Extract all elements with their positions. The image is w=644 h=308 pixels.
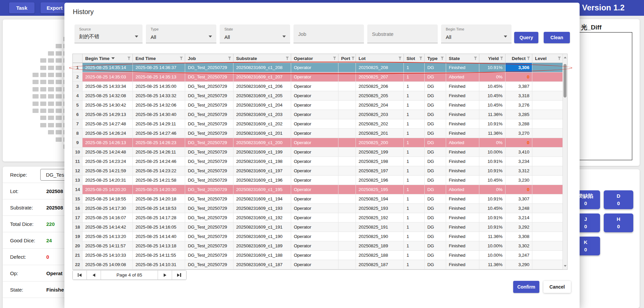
filter-funnel-icon[interactable]	[527, 57, 530, 60]
table-row[interactable]: 162025-08-25 14:17:302025-08-25 14:18:53…	[73, 204, 567, 213]
cell-yield: 11.36%	[479, 129, 505, 138]
column-header-lot[interactable]: Lot	[356, 54, 404, 63]
filter-funnel-icon[interactable]	[228, 57, 231, 60]
last-page-button[interactable]	[172, 270, 186, 280]
cell-port	[338, 251, 356, 260]
filter-funnel-icon[interactable]	[180, 57, 183, 60]
defect-category-button-H[interactable]: H0	[604, 213, 633, 232]
cell-level	[532, 157, 563, 166]
info-field-value: Finishe	[46, 287, 64, 293]
scroll-up-icon[interactable]	[564, 57, 567, 58]
column-header-state[interactable]: State	[446, 54, 479, 63]
cell-operator: Operator	[291, 138, 338, 147]
filter-funnel-icon[interactable]	[352, 57, 355, 60]
scroll-down-icon[interactable]	[564, 265, 567, 267]
table-row[interactable]: 172025-08-25 14:16:072025-08-25 14:17:28…	[73, 213, 567, 223]
job-filter-input[interactable]: Job	[293, 24, 364, 43]
cell-substrate: 202508231609_c1_199	[233, 147, 291, 157]
type-filter-select[interactable]: Type All	[146, 24, 216, 43]
cell-state: Aborted	[446, 138, 479, 147]
defect-category-label: D	[604, 192, 633, 200]
task-button[interactable]: Task	[9, 2, 35, 13]
cell-yield: 10.91%	[479, 157, 505, 166]
cell-type: DG	[425, 176, 446, 185]
table-row[interactable]: 52025-08-25 14:30:422025-08-25 14:32:06D…	[73, 101, 567, 110]
export-button[interactable]: Export	[41, 2, 68, 13]
defect-category-button-D[interactable]: D0	[604, 190, 633, 209]
column-header-substrate[interactable]: Substrate	[233, 54, 291, 63]
table-row[interactable]: 102025-08-25 14:24:482025-08-25 14:26:11…	[73, 147, 567, 157]
table-row[interactable]: 182025-08-25 14:14:422025-08-25 14:16:05…	[73, 223, 567, 232]
scrollbar-thumb[interactable]	[564, 64, 567, 98]
filter-funnel-icon[interactable]	[441, 57, 444, 60]
table-row[interactable]: 212025-08-25 14:10:332025-08-25 14:11:55…	[73, 251, 567, 260]
table-row[interactable]: 122025-08-25 14:21:592025-08-25 14:23:22…	[73, 166, 567, 176]
clean-button[interactable]: Clean	[544, 32, 570, 43]
column-header-slot[interactable]: Slot	[404, 54, 425, 63]
table-row[interactable]: 192025-08-25 14:13:202025-08-25 14:14:40…	[73, 232, 567, 241]
table-row[interactable]: 42025-08-25 14:32:082025-08-25 14:33:32D…	[73, 91, 567, 101]
begin-time-filter-value: All	[446, 34, 451, 40]
table-row[interactable]: 92025-08-25 14:26:132025-08-25 14:26:23D…	[73, 138, 567, 147]
cell-begin time: 2025-08-25 14:20:20	[83, 185, 133, 194]
cell-yield: 10.91%	[479, 213, 505, 222]
table-row[interactable]: 152025-08-25 14:18:552025-08-25 14:20:18…	[73, 194, 567, 204]
filter-funnel-icon[interactable]	[333, 57, 336, 60]
column-header-type[interactable]: Type	[425, 54, 446, 63]
filter-funnel-icon[interactable]	[500, 57, 503, 60]
column-header-defect[interactable]: Defect	[505, 54, 532, 63]
table-row[interactable]: 72025-08-25 14:27:482025-08-25 14:29:11D…	[73, 119, 567, 129]
filter-funnel-icon[interactable]	[558, 57, 561, 60]
filter-funnel-icon[interactable]	[398, 57, 401, 60]
wafer-die-cell	[56, 109, 62, 113]
column-header-level[interactable]: Level	[532, 54, 563, 63]
chevron-right-icon	[164, 273, 166, 277]
cell-begin time: 2025-08-25 14:10:33	[83, 251, 133, 260]
wafer-die-cell	[56, 58, 62, 63]
cell-job: DG_Test_20250729	[185, 166, 233, 175]
info-field-label: Defect:	[10, 254, 26, 260]
substrate-filter-input[interactable]: Substrate	[367, 24, 438, 43]
cell-state: Aborted	[446, 72, 479, 81]
begin-time-filter-select[interactable]: Begin Time All	[441, 24, 512, 43]
cell-slot: 1	[404, 157, 425, 166]
column-header-operator[interactable]: Operator	[291, 54, 338, 63]
cell-begin time: 2025-08-25 14:09:08	[83, 260, 133, 269]
query-button[interactable]: Query	[514, 32, 538, 43]
previous-page-button[interactable]	[87, 270, 101, 280]
cell-job: DG_Test_20250729	[185, 194, 233, 203]
cell-yield: 10.45%	[479, 82, 505, 91]
column-header-port[interactable]: Port	[338, 54, 356, 63]
table-scrollbar[interactable]	[562, 54, 567, 269]
state-filter-select[interactable]: State All	[220, 24, 290, 43]
filter-funnel-icon[interactable]	[127, 57, 130, 60]
table-row[interactable]: 202025-08-25 14:11:572025-08-25 14:13:18…	[73, 241, 567, 251]
first-page-button[interactable]	[73, 270, 87, 280]
table-row[interactable]: 62025-08-25 14:29:132025-08-25 14:30:40D…	[73, 110, 567, 119]
next-page-button[interactable]	[158, 270, 172, 280]
cell-begin time: 2025-08-25 14:26:13	[83, 138, 133, 147]
table-row[interactable]: 12025-08-25 14:35:142025-08-25 14:36:37D…	[73, 63, 567, 72]
filter-funnel-icon[interactable]	[474, 57, 477, 60]
table-row[interactable]: 222025-08-25 14:09:082025-08-25 14:10:31…	[73, 260, 567, 269]
cell-substrate: 202508231609_c1_187	[233, 260, 291, 269]
column-header-yield[interactable]: Yield	[479, 54, 505, 63]
table-row[interactable]: 82025-08-25 14:26:242025-08-25 14:27:46D…	[73, 129, 567, 138]
column-header-end-time[interactable]: End Time	[133, 54, 185, 63]
table-row[interactable]: 142025-08-25 14:20:202025-08-25 14:20:30…	[73, 185, 567, 194]
filter-funnel-icon[interactable]	[419, 57, 422, 60]
cell-job: DG_Test_20250729	[185, 147, 233, 157]
column-header-label: Port	[341, 56, 350, 61]
filter-funnel-icon[interactable]	[286, 57, 289, 60]
cell-port	[338, 82, 356, 91]
cell-job: DG_Test_20250729	[185, 129, 233, 138]
table-row[interactable]: 22025-08-25 14:35:032025-08-25 14:35:13D…	[73, 72, 567, 82]
confirm-button[interactable]: Confirm	[513, 281, 539, 293]
column-header-begin-time[interactable]: Begin Time	[83, 54, 133, 63]
table-row[interactable]: 112025-08-25 14:23:242025-08-25 14:24:46…	[73, 157, 567, 166]
cancel-button[interactable]: Cancel	[543, 281, 571, 293]
column-header-job[interactable]: Job	[185, 54, 233, 63]
source-filter-select[interactable]: Source 刻的不错	[74, 24, 143, 43]
table-row[interactable]: 132025-08-25 14:20:312025-08-25 14:21:58…	[73, 176, 567, 185]
table-row[interactable]: 32025-08-25 14:33:342025-08-25 14:35:00D…	[73, 82, 567, 91]
